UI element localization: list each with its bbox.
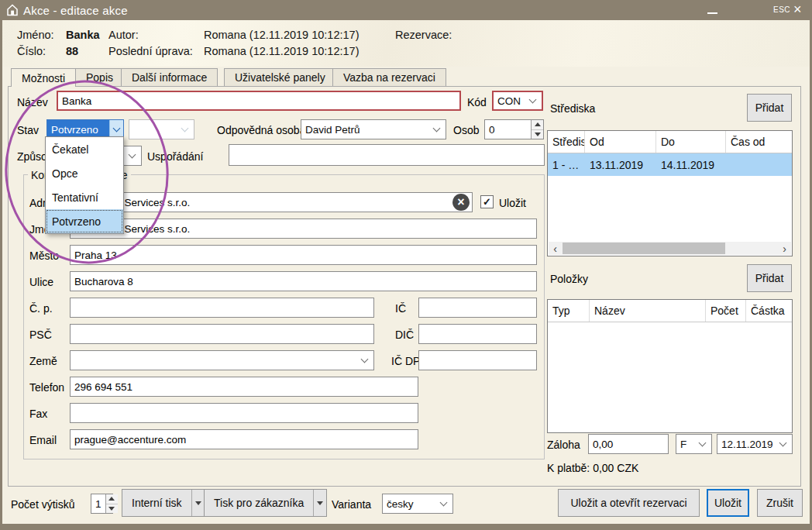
kod-combo[interactable]: CON <box>492 91 543 111</box>
esc-button[interactable]: ESC <box>773 5 790 14</box>
osob-down-arrow[interactable] <box>532 130 543 139</box>
jmeno2-input[interactable] <box>70 219 537 239</box>
minimize-button[interactable] <box>707 12 717 14</box>
ic-label: IČ <box>395 302 406 315</box>
window-frame-bottom <box>0 524 812 530</box>
title-bar: Akce - editace akce ESC × <box>0 0 812 20</box>
tab-moznosti[interactable]: Možnosti <box>11 68 76 87</box>
chevron-down-icon <box>361 356 369 363</box>
jmeno-label: Jméno: <box>17 29 54 41</box>
col-od: Od <box>585 131 656 153</box>
col-nazev: Název <box>590 300 706 322</box>
polozky-pridat-button[interactable]: Přidat <box>747 264 792 292</box>
varianta-combo[interactable]: česky <box>382 494 453 514</box>
stav-option-tentativni[interactable]: Tentativní <box>46 185 123 209</box>
k-platbe-text: K platbě: 0,00 CZK <box>547 462 638 474</box>
zaloha-type-combo[interactable]: F <box>676 434 712 454</box>
pocet-up-arrow[interactable] <box>106 494 118 504</box>
tisk-pro-zakaznika-button[interactable]: Tisk pro zákazníka <box>204 489 327 517</box>
dic-input[interactable] <box>418 324 537 344</box>
zaloha-amount-input[interactable] <box>588 434 669 454</box>
pocet-down-arrow[interactable] <box>106 504 118 514</box>
window-frame-left <box>0 20 2 530</box>
rezervace-label: Rezervace: <box>395 29 452 41</box>
col-castka: Částka <box>746 300 792 322</box>
stav-secondary-combo[interactable] <box>129 119 194 139</box>
col-cas-od: Čas od <box>726 131 792 153</box>
interni-tisk-dropdown-arrow[interactable] <box>191 490 205 516</box>
strediska-table-header: Středis Od Do Čas od <box>548 131 792 153</box>
tab-popis[interactable]: Popis <box>75 68 124 86</box>
osob-stepper[interactable]: 0 <box>484 119 544 139</box>
tab-dalsi-informace[interactable]: Další informace <box>121 68 218 86</box>
nazev-label: Název <box>17 96 48 108</box>
interni-tisk-button[interactable]: Interní tisk <box>122 489 205 517</box>
polozky-table: Typ Název Počet Částka <box>547 299 793 433</box>
osob-up-arrow[interactable] <box>532 120 543 130</box>
strediska-pridat-button[interactable]: Přidat <box>747 94 792 122</box>
dic-label: DIČ <box>395 329 414 341</box>
cislo-value: 88 <box>66 45 78 57</box>
usporadani-label: Uspořádání <box>147 150 203 163</box>
close-icon[interactable]: × <box>793 2 802 18</box>
strediska-table-row[interactable]: 1 - … 13.11.2019 14.11.2019 <box>548 153 792 176</box>
telefon-input[interactable] <box>70 377 418 397</box>
odpovedna-osoba-combo[interactable]: David Petrů <box>301 119 446 139</box>
stav-dropdown-list: Čekatel Opce Tentativní Potvrzeno <box>45 136 124 234</box>
strediska-table: Středis Od Do Čas od 1 - … 13.11.2019 14… <box>547 130 793 256</box>
cp-input[interactable] <box>70 298 374 318</box>
usporadani-input[interactable] <box>229 144 545 166</box>
autor-label: Autor: <box>108 29 139 41</box>
ulice-input[interactable] <box>70 271 537 291</box>
odpovedna-osoba-label: Odpovědná osoba <box>217 124 305 136</box>
chevron-down-icon <box>113 125 121 132</box>
chevron-down-icon <box>129 151 136 159</box>
posledni-uprava-value: Romana (12.11.2019 10:12:17) <box>204 45 359 57</box>
tab-uzivatelske-panely[interactable]: Uživatelské panely <box>224 68 336 86</box>
ic-input[interactable] <box>418 298 537 318</box>
strediska-title: Střediska <box>550 102 595 115</box>
ulozit-checkbox[interactable]: ✓ <box>480 195 494 208</box>
adresa-input[interactable] <box>70 192 473 212</box>
app-house-icon <box>6 4 19 16</box>
zeme-combo[interactable] <box>70 350 374 370</box>
zrusit-button[interactable]: Zrušit <box>757 489 803 517</box>
ulozit-a-otevrit-rezervaci-button[interactable]: Uložit a otevřít rezervaci <box>558 489 700 517</box>
horizontal-scrollbar[interactable]: ‹ › <box>549 242 791 255</box>
scroll-left-icon[interactable]: ‹ <box>549 242 562 255</box>
col-stredis: Středis <box>548 131 585 153</box>
email-input[interactable] <box>70 429 418 449</box>
stav-option-potvrzeno[interactable]: Potvrzeno <box>46 209 123 233</box>
email-label: Email <box>29 434 57 446</box>
fax-input[interactable] <box>70 403 418 423</box>
zeme-label: Země <box>29 355 57 367</box>
stav-option-cekatel[interactable]: Čekatel <box>46 137 123 161</box>
varianta-label: Varianta <box>332 498 371 511</box>
tisk-zakaznik-dropdown-arrow[interactable] <box>313 490 326 516</box>
chevron-down-icon <box>181 125 189 132</box>
posledni-uprava-label: Poslední úprava: <box>108 45 193 57</box>
icdph-input[interactable] <box>418 350 537 370</box>
ulozit-button[interactable]: Uložit <box>707 489 749 517</box>
tab-vazba-na-rezervaci[interactable]: Vazba na rezervaci <box>332 68 446 86</box>
psc-input[interactable] <box>70 324 374 344</box>
scroll-right-icon[interactable]: › <box>778 242 791 255</box>
cp-label: Č. p. <box>29 302 53 315</box>
zaloha-date-combo[interactable]: 12.11.2019 <box>717 434 793 454</box>
zaloha-date-value: 12.11.2019 <box>717 439 780 450</box>
col-pocet: Počet <box>706 300 746 322</box>
polozky-title: Položky <box>550 273 588 285</box>
ulozit-checkbox-label: Uložit <box>499 197 526 209</box>
nazev-input[interactable] <box>57 91 461 111</box>
clear-address-icon[interactable]: × <box>452 194 470 211</box>
col-do: Do <box>656 131 726 153</box>
record-header: Jméno: Banka Autor: Romana (12.11.2019 1… <box>2 20 810 67</box>
osob-label: Osob <box>453 124 479 136</box>
col-typ: Typ <box>548 300 590 322</box>
pocet-vytisku-value: 1 <box>91 494 105 513</box>
zaloha-type-value: F <box>676 439 700 450</box>
stav-option-opce[interactable]: Opce <box>46 161 123 185</box>
mesto-input[interactable] <box>70 245 537 265</box>
pocet-vytisku-stepper[interactable]: 1 <box>91 494 113 514</box>
scrollbar-thumb[interactable] <box>563 243 725 254</box>
